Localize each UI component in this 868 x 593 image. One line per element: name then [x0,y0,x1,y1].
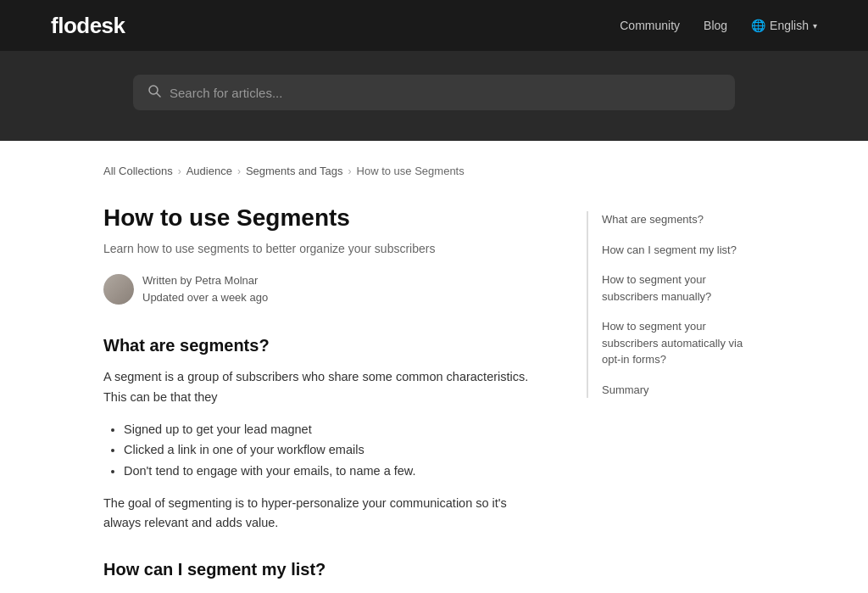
main-layout: How to use Segments Learn how to use seg… [103,203,765,591]
section-text-after-list: The goal of segmenting is to hyper-perso… [103,494,536,533]
table-of-contents: What are segments? How can I segment my … [587,203,765,411]
toc-item-2[interactable]: How can I segment my list? [602,242,765,259]
author-info: Written by Petra Molnar Updated over a w… [142,272,268,305]
article: How to use Segments Learn how to use seg… [103,203,536,591]
breadcrumb-sep-1: › [178,165,181,177]
breadcrumb-audience[interactable]: Audience [186,165,232,177]
logo[interactable]: flodesk [51,13,125,39]
author-name: Written by Petra Molnar [142,272,268,289]
toc-item-4[interactable]: How to segment your subscribers automati… [602,318,765,368]
search-icon [148,85,161,100]
breadcrumb-sep-2: › [237,165,241,177]
list-item-2: Clicked a link in one of your workflow e… [124,439,536,461]
search-input[interactable] [170,86,720,100]
section-heading-what-are-segments: What are segments? [103,336,536,355]
breadcrumb-all-collections[interactable]: All Collections [103,165,173,177]
avatar [103,274,134,305]
list-item-3: Don't tend to engage with your emails, t… [124,461,536,482]
toc-item-1[interactable]: What are segments? [602,211,765,228]
article-subtitle: Learn how to use segments to better orga… [103,242,536,255]
segment-list: Signed up to get your lead magnet Clicke… [103,419,536,482]
language-selector[interactable]: 🌐 English ▾ [751,19,817,32]
list-item-1: Signed up to get your lead magnet [124,419,536,440]
article-title: How to use Segments [103,203,536,233]
toc-item-3[interactable]: How to segment your subscribers manually… [602,271,765,305]
language-label: English [770,19,809,32]
globe-icon: 🌐 [751,19,765,32]
toc-item-5[interactable]: Summary [602,382,765,399]
search-bar [133,75,735,110]
main-nav: Community Blog 🌐 English ▾ [620,19,817,32]
breadcrumb-current: How to use Segments [357,165,465,177]
author-updated: Updated over a week ago [142,289,268,306]
svg-line-1 [157,93,160,97]
breadcrumb-segments-tags[interactable]: Segments and Tags [246,165,343,177]
avatar-image [103,274,134,305]
blog-link[interactable]: Blog [704,19,727,32]
page-body: All Collections › Audience › Segments an… [53,141,815,593]
header: flodesk Community Blog 🌐 English ▾ [0,0,868,51]
author-section: Written by Petra Molnar Updated over a w… [103,272,536,305]
breadcrumb: All Collections › Audience › Segments an… [103,165,765,177]
community-link[interactable]: Community [620,19,680,32]
chevron-down-icon: ▾ [813,21,817,31]
breadcrumb-sep-3: › [348,165,352,177]
section-text-1: A segment is a group of subscribers who … [103,367,536,406]
search-section [0,51,868,141]
toc-divider: What are segments? How can I segment my … [587,211,765,398]
section-heading-how-to-segment: How can I segment my list? [103,560,536,579]
